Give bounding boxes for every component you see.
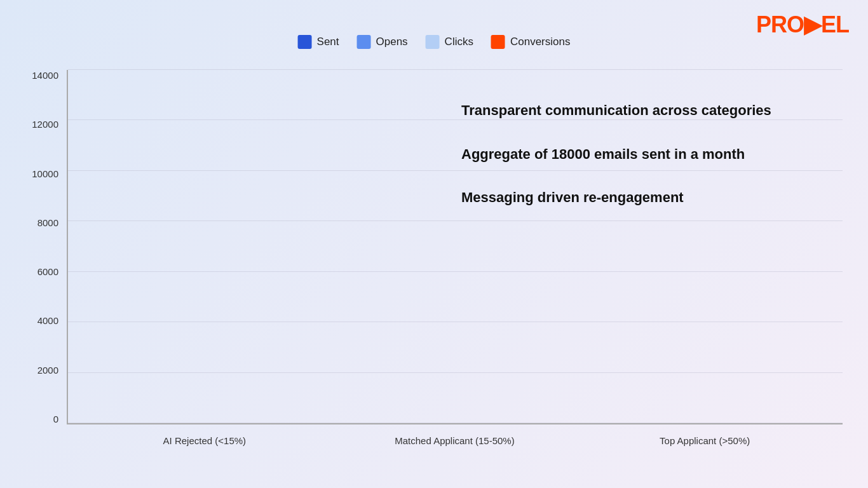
legend-label: Conversions: [510, 36, 571, 48]
y-axis-label: 14000: [32, 70, 58, 81]
y-axis-label: 8000: [37, 217, 58, 228]
logo-text-after: EL: [821, 11, 849, 37]
y-axis-label: 6000: [37, 266, 58, 277]
chart-body: [67, 70, 843, 424]
legend: Sent Opens Clicks Conversions: [298, 35, 571, 49]
logo-arrow: ▶: [804, 11, 821, 37]
legend-item: Clicks: [426, 35, 473, 49]
x-axis-label: Top Applicant (>50%): [641, 435, 768, 446]
x-axis-label: AI Rejected (<15%): [141, 435, 268, 446]
bars-container: [68, 70, 843, 423]
legend-color-box: [426, 35, 440, 49]
y-axis-label: 2000: [37, 365, 58, 376]
logo: PRO▶EL: [756, 11, 849, 38]
legend-color-box: [491, 35, 505, 49]
logo-text-before: PRO: [756, 11, 804, 37]
legend-label: Opens: [376, 36, 408, 48]
x-axis-label: Matched Applicant (15-50%): [391, 435, 518, 446]
legend-label: Sent: [317, 36, 339, 48]
y-axis-label: 10000: [32, 168, 58, 179]
y-axis: 14000120001000080006000400020000: [25, 70, 64, 424]
legend-item: Sent: [298, 35, 339, 49]
y-axis-label: 12000: [32, 119, 58, 130]
legend-label: Clicks: [445, 36, 473, 48]
legend-item: Conversions: [491, 35, 571, 49]
x-labels: AI Rejected (<15%)Matched Applicant (15-…: [67, 424, 843, 456]
legend-color-box: [298, 35, 312, 49]
legend-item: Opens: [357, 35, 408, 49]
y-axis-label: 0: [53, 414, 58, 424]
legend-color-box: [357, 35, 371, 49]
y-axis-label: 4000: [37, 315, 58, 326]
chart-area: 14000120001000080006000400020000 AI Reje…: [25, 70, 843, 456]
